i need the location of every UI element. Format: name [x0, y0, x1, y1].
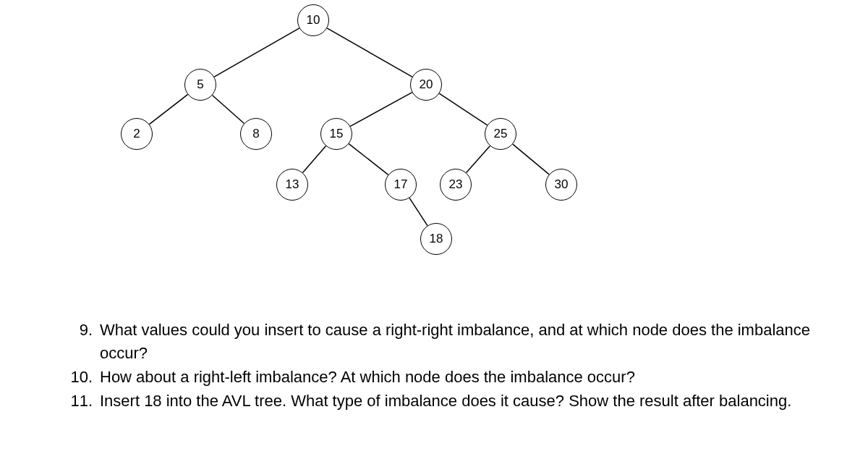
question-text: Insert 18 into the AVL tree. What type o… — [100, 390, 846, 413]
question-text: How about a right-left imbalance? At whi… — [100, 366, 846, 389]
question-list: 9. What values could you insert to cause… — [65, 319, 846, 413]
question-number: 9. — [65, 319, 100, 365]
tree-node: 25 — [485, 118, 516, 150]
tree-node: 18 — [420, 223, 452, 255]
tree-node: 2 — [121, 118, 153, 150]
tree-node: 15 — [320, 118, 352, 150]
tree-node: 5 — [184, 69, 216, 101]
question-9: 9. What values could you insert to cause… — [65, 319, 846, 365]
tree-node: 13 — [276, 169, 308, 201]
question-text: What values could you insert to cause a … — [100, 319, 846, 365]
tree-edge — [214, 28, 299, 77]
tree-edge — [467, 146, 490, 172]
question-10: 10. How about a right-left imbalance? At… — [65, 366, 846, 389]
tree-edge — [302, 146, 326, 173]
question-11: 11. Insert 18 into the AVL tree. What ty… — [65, 390, 846, 413]
tree-node: 30 — [545, 169, 577, 201]
tree-node: 23 — [440, 169, 472, 201]
tree-node: 17 — [385, 169, 417, 201]
question-number: 11. — [65, 390, 100, 413]
tree-node: 20 — [410, 69, 442, 101]
question-number: 10. — [65, 366, 100, 389]
tree-edge — [513, 144, 549, 175]
page: 105202815251317233018 9. What values cou… — [0, 0, 868, 475]
tree-edge — [350, 93, 412, 127]
tree-edge — [327, 28, 412, 77]
tree-edge — [149, 94, 187, 124]
tree-node: 8 — [240, 118, 272, 150]
tree-edge — [212, 96, 244, 124]
tree-edge — [409, 198, 427, 225]
tree-edge — [349, 144, 388, 175]
tree-edge — [439, 93, 487, 125]
tree-node: 10 — [297, 4, 329, 36]
